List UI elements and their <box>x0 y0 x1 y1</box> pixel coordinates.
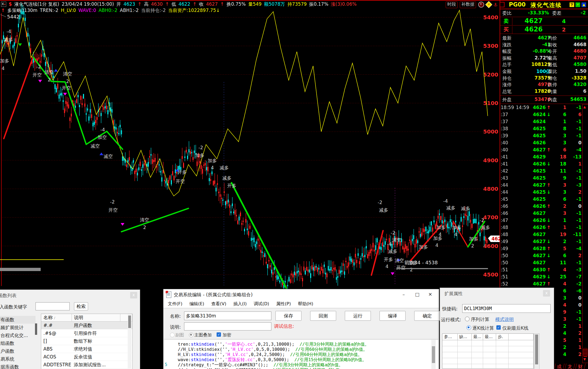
tick-row: :48462719-11 <box>500 232 582 239</box>
svg-text:4500: 4500 <box>483 271 498 278</box>
function-row[interactable]: ADDTESTREP...添加测试报告... <box>41 361 132 369</box>
tick-row: :42462511-1 <box>500 168 582 175</box>
svg-text:开空: 开空 <box>396 265 406 270</box>
function-row[interactable]: ACOS反余弦值 <box>41 353 132 361</box>
per-bar-calc-radio[interactable] <box>467 325 471 330</box>
minimize-icon[interactable]: – <box>398 291 409 298</box>
main-chart-overlay-radio[interactable] <box>189 333 194 337</box>
svg-text:开空: 开空 <box>176 179 185 184</box>
contract-name: 液化气连续 <box>531 1 562 9</box>
svg-text:2: 2 <box>143 225 146 230</box>
close-icon[interactable]: ✕ <box>425 291 436 298</box>
maximize-icon[interactable]: □ <box>412 291 423 298</box>
scroll-thumb[interactable] <box>583 348 587 357</box>
function-table-scrollbar[interactable] <box>128 314 131 369</box>
button-运行[interactable]: 运行 <box>345 311 371 321</box>
search-input[interactable] <box>36 302 70 310</box>
name-input[interactable]: 多策略3130m <box>184 311 271 320</box>
svg-text:加空: 加空 <box>98 135 107 140</box>
category-item[interactable]: 数据库函数 <box>0 363 36 369</box>
svg-text:-4: -4 <box>387 241 391 247</box>
menu-item[interactable]: 帮助(H) <box>298 301 313 307</box>
anchor-icon[interactable]: ⚓ <box>493 2 497 7</box>
bid-row[interactable]: 买 4626 2 <box>500 26 588 34</box>
scroll-up-icon[interactable]: ▲ <box>583 105 586 109</box>
weibi-row: 委比 -33.33% 委差 -2 <box>500 9 588 17</box>
menu-item[interactable]: 插入(I) <box>233 301 247 307</box>
svg-text:2: 2 <box>66 79 69 84</box>
svg-text:5000: 5000 <box>483 128 498 135</box>
up-badge-icon[interactable]: ▲ <box>581 2 586 7</box>
param-table[interactable]: 参...缺...最...最...步. <box>442 333 534 369</box>
function-category-list[interactable]: 所有函数高频扩展统计后台程式化交...模组函数账户函数交易系统数据库函数 <box>0 316 36 369</box>
menu-item[interactable]: 属性(P) <box>276 301 291 307</box>
function-row[interactable]: #.#用户函数 <box>41 322 132 329</box>
svg-text:-4: -4 <box>443 198 448 204</box>
window-icon[interactable] <box>500 2 505 7</box>
svg-text:加多: 加多 <box>419 244 428 250</box>
mode-help-link[interactable]: 模式说明 <box>495 317 514 322</box>
close-icon[interactable]: x <box>130 292 137 298</box>
category-item[interactable]: 后台程式化交... <box>0 332 36 339</box>
button-回测[interactable]: 回测 <box>310 311 336 321</box>
tab-成[interactable]: 成 <box>554 364 564 369</box>
bolt-badge-icon[interactable]: ⚡ <box>576 2 580 7</box>
tick-scrollbar[interactable]: ▲ ▼ <box>582 104 588 363</box>
down-badge-icon[interactable]: 下 <box>570 2 574 7</box>
tick-row: :514629↓25-7 <box>500 274 582 281</box>
menu-item[interactable]: 文件(F) <box>168 301 182 307</box>
button-编译[interactable]: 编译 <box>380 311 406 321</box>
category-item[interactable]: 交易系统 <box>0 355 36 363</box>
menu-item[interactable]: 查看(V) <box>211 301 226 307</box>
close-icon[interactable]: x <box>543 290 550 297</box>
tab-龙[interactable]: 龙 <box>564 364 575 369</box>
dialog-titlebar[interactable]: 交易系统编辑 - (所属公式组:策略组合) – □ ✕ <box>163 289 439 300</box>
lightning-diamond-icon[interactable]: ⚡ <box>485 1 492 8</box>
refresh-last-bar-checkbox[interactable]: ✓ <box>496 325 501 330</box>
scroll-down-icon[interactable]: ▼ <box>583 357 586 361</box>
ask-price: 4627 <box>525 17 543 25</box>
svg-text:加多: 加多 <box>452 225 461 230</box>
menu-item[interactable]: 调试(D) <box>254 301 269 307</box>
tab-财[interactable]: 财 <box>575 364 586 369</box>
button-确定[interactable]: 确定 <box>414 311 440 321</box>
param-table-scrollbar[interactable] <box>534 333 539 369</box>
category-item[interactable]: 模组函数 <box>0 339 36 347</box>
function-row[interactable]: ABS求绝对值 <box>41 345 132 353</box>
category-item[interactable]: 所有函数 <box>0 316 36 324</box>
main-chart-overlay-label: 主图叠加 <box>194 332 212 338</box>
weicha-label: 委差 <box>552 10 561 16</box>
tick-row: :504627↓62 <box>500 253 582 260</box>
svg-text:5442: 5442 <box>7 14 20 20</box>
sequence-calc-radio[interactable] <box>465 317 470 321</box>
clock-icon[interactable] <box>478 2 484 8</box>
trade-system-editor-dialog: 交易系统编辑 - (所属公式组:策略组合) – □ ✕ 文件(F)编辑(E)查看… <box>163 289 439 369</box>
function-list-window: 函数列表 x 输入函数关键字 检索 所有函数高频扩展统计后台程式化交...模组函… <box>0 290 140 369</box>
fill-data-button[interactable]: 补数据 <box>460 1 476 8</box>
quote-panel-header: PG00 液化气连续 下 ⚡ ▲ <box>500 1 588 9</box>
category-scrollbar[interactable] <box>34 316 38 367</box>
category-item[interactable]: 账户函数 <box>0 347 36 355</box>
svg-text:开多: 开多 <box>227 183 236 188</box>
ask-row[interactable]: 卖 4627 4 <box>500 17 588 26</box>
desc-input[interactable] <box>184 322 271 330</box>
session-button[interactable]: 时段 <box>446 1 458 8</box>
function-row[interactable]: .#$@引用操作符 <box>41 329 132 337</box>
shortcut-input[interactable]: DCL1M3M30M <box>462 304 551 313</box>
sub-chart-radio[interactable] <box>170 333 175 337</box>
formula-code-editor[interactable]: tren:stkindiex('','一箭穿心.cc',0,21,3,10000… <box>164 339 438 369</box>
function-row[interactable]: []数组下标 <box>41 337 132 345</box>
ask-size: 4 <box>562 18 566 24</box>
menu-item[interactable]: 编辑(E) <box>189 301 204 307</box>
per-bar-calc-label: 逐K线计算 <box>473 325 494 331</box>
encrypt-checkbox[interactable]: ✓ <box>217 332 221 337</box>
svg-text:减多: 减多 <box>481 225 490 230</box>
code-scrollbar[interactable] <box>431 340 436 369</box>
button-保存[interactable]: 保存 <box>275 311 301 321</box>
function-table[interactable]: 名称 ∕说明#.#用户函数.#$@引用操作符[]数组下标ABS求绝对值ACOS反… <box>41 314 133 369</box>
ask-label: 卖 <box>500 18 512 25</box>
category-item[interactable]: 高频扩展统计 <box>0 324 36 332</box>
search-button[interactable]: 检索 <box>74 302 88 310</box>
svg-text:-2: -2 <box>198 145 203 150</box>
refresh-last-bar-label: 仅刷最后K线 <box>502 325 528 331</box>
